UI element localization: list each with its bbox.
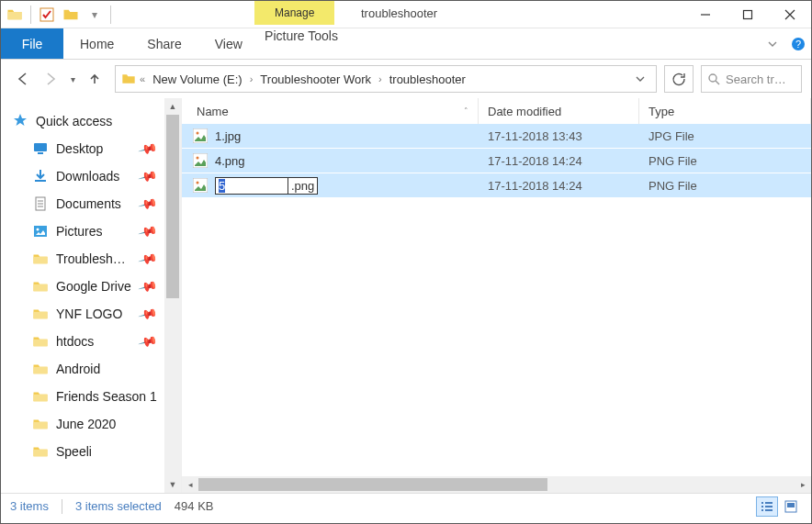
- forward-button[interactable]: [38, 66, 63, 92]
- navigation-pane: Quick accessDesktop📌Downloads📌Documents📌…: [1, 98, 181, 493]
- file-date: 17-11-2018 14:24: [479, 179, 639, 193]
- refresh-button[interactable]: [664, 65, 694, 93]
- new-folder-icon[interactable]: [61, 5, 81, 25]
- column-name[interactable]: Name˄: [182, 98, 479, 124]
- sidebar-item-label: Pictures: [56, 224, 132, 239]
- sidebar-item-label: Desktop: [56, 141, 132, 156]
- contextual-tab[interactable]: Manage: [254, 1, 334, 25]
- star-icon: [12, 113, 28, 129]
- sidebar-item[interactable]: Google Drive📌: [12, 273, 163, 300]
- pin-icon: 📌: [137, 166, 158, 186]
- svg-text:?: ?: [795, 39, 801, 50]
- recent-locations-icon[interactable]: ▾: [65, 66, 80, 92]
- breadcrumb-item[interactable]: New Volume (E:): [147, 66, 248, 92]
- horizontal-scrollbar[interactable]: ◂ ▸: [182, 476, 811, 493]
- svg-rect-14: [34, 226, 47, 237]
- folder-icon: [32, 278, 49, 295]
- file-name: 4.png: [215, 154, 245, 168]
- sort-asc-icon: ˄: [464, 106, 468, 116]
- scroll-right-icon[interactable]: ▸: [795, 476, 811, 493]
- sidebar-item-label: htdocs: [56, 334, 132, 349]
- svg-rect-27: [765, 509, 773, 511]
- address-bar[interactable]: « New Volume (E:) › Troubleshooter Work …: [115, 65, 657, 93]
- column-label: Date modified: [488, 105, 561, 118]
- back-button[interactable]: [10, 66, 36, 92]
- folder-icon: [32, 388, 49, 405]
- status-bar: 3 items 3 items selected 494 KB: [1, 493, 811, 518]
- folder-icon: [32, 306, 49, 322]
- sidebar-item[interactable]: Speeli: [12, 438, 163, 465]
- scroll-thumb[interactable]: [166, 115, 179, 298]
- quick-access-header[interactable]: Quick access: [12, 107, 163, 135]
- folder-icon: [119, 70, 138, 88]
- svg-point-17: [197, 132, 199, 135]
- navigation-bar: ▾ « New Volume (E:) › Troubleshooter Wor…: [1, 60, 811, 98]
- properties-icon[interactable]: [37, 5, 57, 25]
- breadcrumb-overflow[interactable]: «: [138, 73, 147, 84]
- sidebar-item[interactable]: htdocs📌: [12, 328, 163, 355]
- chevron-right-icon[interactable]: ›: [248, 73, 255, 84]
- sidebar-item[interactable]: Friends Season 1: [12, 383, 163, 410]
- details-view-button[interactable]: [756, 496, 778, 517]
- minimize-button[interactable]: [684, 1, 727, 28]
- sidebar-item[interactable]: Documents📌: [12, 190, 163, 217]
- folder-icon: [5, 5, 25, 25]
- address-dropdown-icon[interactable]: [628, 74, 652, 84]
- help-icon[interactable]: ?: [785, 28, 811, 59]
- column-type[interactable]: Type: [639, 98, 811, 124]
- desktop-icon: [32, 140, 49, 157]
- sidebar-item[interactable]: Pictures📌: [12, 217, 163, 245]
- content-area: Quick accessDesktop📌Downloads📌Documents📌…: [1, 98, 811, 493]
- column-date[interactable]: Date modified: [479, 98, 639, 124]
- ribbon-expand-icon[interactable]: [760, 28, 785, 59]
- scroll-thumb[interactable]: [198, 478, 547, 491]
- documents-icon: [32, 195, 49, 212]
- thumbnails-view-button[interactable]: [780, 496, 802, 517]
- search-input[interactable]: Search tr…: [701, 65, 802, 93]
- file-date: 17-11-2018 13:43: [479, 129, 639, 143]
- sidebar-scrollbar[interactable]: ▲ ▼: [164, 98, 181, 493]
- sidebar-item[interactable]: June 2020: [12, 410, 163, 438]
- rename-input[interactable]: [215, 177, 288, 195]
- scroll-up-icon[interactable]: ▲: [164, 98, 181, 115]
- selection-size: 494 KB: [175, 499, 214, 513]
- svg-point-5: [709, 74, 716, 82]
- tab-share[interactable]: Share: [130, 28, 197, 59]
- sidebar-item[interactable]: Downloads📌: [12, 162, 163, 190]
- breadcrumb-item[interactable]: troubleshooter: [384, 66, 471, 92]
- tab-view[interactable]: View: [198, 28, 259, 59]
- svg-rect-25: [765, 506, 773, 507]
- file-type: PNG File: [639, 154, 811, 168]
- up-button[interactable]: [82, 66, 107, 92]
- maximize-button[interactable]: [727, 1, 769, 28]
- file-list-pane: Name˄ Date modified Type 1.jpg17-11-2018…: [181, 98, 811, 493]
- file-row[interactable]: .png17-11-2018 14:24PNG File: [182, 173, 811, 198]
- file-row[interactable]: 4.png17-11-2018 14:24PNG File: [182, 149, 811, 173]
- svg-line-6: [716, 81, 719, 84]
- sidebar-item[interactable]: YNF LOGO📌: [12, 300, 163, 328]
- svg-rect-23: [765, 502, 773, 504]
- sidebar-item[interactable]: Desktop📌: [12, 135, 163, 162]
- breadcrumb-item[interactable]: Troubleshooter Work: [254, 66, 377, 92]
- sidebar-item-label: Google Drive: [56, 279, 132, 294]
- sidebar-item-label: Speeli: [56, 444, 163, 459]
- sidebar-item-label: Friends Season 1: [56, 389, 163, 404]
- column-headers: Name˄ Date modified Type: [182, 98, 811, 124]
- qat-customize-icon[interactable]: ▾: [85, 5, 105, 25]
- sidebar-item[interactable]: Troubleshooter📌: [12, 245, 163, 273]
- file-row[interactable]: 1.jpg17-11-2018 13:43JPG File: [182, 124, 811, 149]
- tab-picture-tools[interactable]: Picture Tools: [254, 28, 348, 43]
- chevron-right-icon[interactable]: ›: [377, 73, 384, 84]
- tab-home[interactable]: Home: [63, 28, 130, 59]
- scroll-left-icon[interactable]: ◂: [182, 476, 198, 493]
- sidebar-item[interactable]: Android: [12, 355, 163, 383]
- folder-icon: [32, 443, 49, 460]
- file-tab[interactable]: File: [1, 28, 63, 59]
- svg-rect-29: [787, 503, 795, 507]
- close-button[interactable]: [769, 1, 811, 28]
- scroll-down-icon[interactable]: ▼: [164, 476, 181, 493]
- column-label: Type: [648, 105, 674, 118]
- sidebar-item-label: YNF LOGO: [56, 307, 132, 321]
- file-date: 17-11-2018 14:24: [479, 154, 639, 168]
- sidebar-item-label: Documents: [56, 196, 132, 211]
